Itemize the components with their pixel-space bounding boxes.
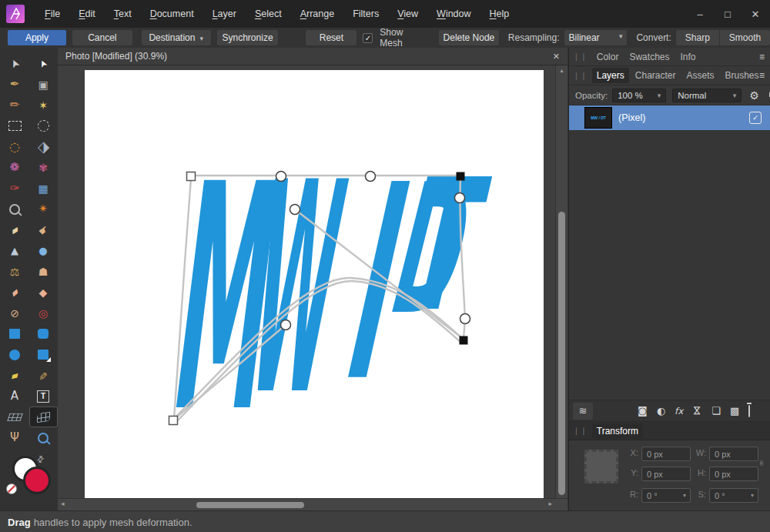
horizontal-scrollbar[interactable]: ◂ ▸ xyxy=(58,498,567,511)
layers-list-empty-area[interactable] xyxy=(569,130,770,400)
menu-item-select[interactable]: Select xyxy=(246,5,291,22)
rect-marquee-tool[interactable] xyxy=(1,115,29,136)
frame-text-tool[interactable]: T xyxy=(29,386,58,407)
maximize-button[interactable]: □ xyxy=(722,8,733,20)
menu-item-window[interactable]: Window xyxy=(427,5,480,22)
transform-h-field[interactable]: 0 px xyxy=(709,467,758,481)
node-tool[interactable]: ➤ xyxy=(29,53,58,74)
menu-item-help[interactable]: Help xyxy=(480,5,519,22)
tab-brushes[interactable]: Brushes xyxy=(721,68,764,83)
menu-item-view[interactable]: View xyxy=(388,5,427,22)
panel-grip[interactable]: ❘❘ xyxy=(573,52,588,61)
view-tool[interactable]: Ψ xyxy=(1,427,29,448)
menu-item-layer[interactable]: Layer xyxy=(203,5,246,22)
menu-item-file[interactable]: File xyxy=(35,5,69,22)
show-mesh-checkbox[interactable]: ✓ xyxy=(363,33,373,43)
mesh-corner-node[interactable] xyxy=(169,417,178,425)
layer-visibility-checkbox[interactable]: ✓ xyxy=(749,112,762,124)
mesh-handle-node[interactable] xyxy=(455,193,465,203)
snapshot-hourglass-icon[interactable]: ⋈ xyxy=(692,406,702,416)
mesh-corner-node-selected[interactable] xyxy=(457,172,465,181)
mesh-handle-node[interactable] xyxy=(290,205,300,215)
flood-fill-tool[interactable]: ◪ xyxy=(29,136,58,157)
tab-assets[interactable]: Assets xyxy=(681,68,718,83)
pen-tool[interactable]: ✒ xyxy=(1,74,29,95)
selection-brush-tool[interactable]: ✏ xyxy=(1,95,29,115)
ellipse-marquee-tool[interactable] xyxy=(29,115,58,136)
opacity-dropdown[interactable]: 100 %▾ xyxy=(612,89,666,102)
burn-brush-tool[interactable]: ✴ xyxy=(29,199,58,219)
scroll-up-icon[interactable]: ▴ xyxy=(556,67,567,74)
transform-s-field[interactable]: 0 °▾ xyxy=(709,488,758,503)
layer-row[interactable]: MW / DT (Pixel) ✓ xyxy=(569,105,770,130)
colour-replacement-brush-tool[interactable]: ❁ xyxy=(1,157,29,178)
resampling-dropdown[interactable]: Bilinear▾ xyxy=(564,30,628,45)
mesh-handle-node[interactable] xyxy=(460,314,470,324)
zoom-tool[interactable] xyxy=(29,427,58,448)
link-dimensions-icon[interactable]: ∞ xyxy=(758,460,766,466)
no-colour-swatch[interactable] xyxy=(6,483,17,494)
clone-stamp-tool[interactable]: ☗ xyxy=(29,261,58,282)
erase-brush-tool[interactable]: ▰ xyxy=(1,219,29,240)
menu-item-arrange[interactable]: Arrange xyxy=(291,5,343,22)
vertical-scrollbar[interactable]: ▴ xyxy=(555,65,567,498)
scroll-left-icon[interactable]: ◂ xyxy=(61,500,65,507)
perspective-tool[interactable] xyxy=(1,407,29,427)
blur-brush-tool[interactable]: ● xyxy=(29,240,58,261)
tab-layers[interactable]: Layers xyxy=(592,68,629,83)
mesh-corner-node[interactable] xyxy=(187,172,196,181)
shapes-tool[interactable] xyxy=(29,344,58,365)
transform-y-field[interactable]: 0 px xyxy=(641,467,691,481)
horizontal-scroll-thumb[interactable] xyxy=(196,502,304,508)
tab-transform[interactable]: Transform xyxy=(592,423,643,439)
panel-menu-icon[interactable]: ≡ xyxy=(759,70,765,81)
sharpen-brush-tool[interactable]: ▲ xyxy=(1,240,29,261)
menu-item-document[interactable]: Document xyxy=(141,5,203,22)
layers-stack-button[interactable]: ≋ xyxy=(573,403,593,420)
delete-layer-icon[interactable] xyxy=(748,406,750,417)
mesh-handle-node[interactable] xyxy=(366,172,376,182)
convert-sharp-button[interactable]: Sharp xyxy=(676,30,720,45)
smudge-brush-tool[interactable]: ☛ xyxy=(29,219,58,240)
mask-layer-icon[interactable]: ◙ xyxy=(638,406,648,416)
fill-colour-swatch[interactable] xyxy=(23,467,51,494)
minimize-button[interactable]: – xyxy=(695,8,705,20)
document-tab[interactable]: Photo [Modified] (30.9%) xyxy=(58,51,553,62)
menu-item-edit[interactable]: Edit xyxy=(69,5,105,22)
mesh-warp-tool[interactable] xyxy=(29,407,58,427)
blemish-removal-tool[interactable]: ⊘ xyxy=(1,303,29,323)
crop-tool[interactable]: ▣ xyxy=(29,74,58,95)
close-button[interactable]: ✕ xyxy=(750,8,761,20)
transform-r-field[interactable]: 0 °▾ xyxy=(641,488,691,503)
new-layer-icon[interactable]: ▩ xyxy=(730,406,739,416)
colour-brush-tool[interactable]: ✾ xyxy=(29,157,58,178)
apply-button[interactable]: Apply xyxy=(8,30,66,45)
scroll-right-icon[interactable]: ▸ xyxy=(548,500,552,507)
panel-grip[interactable]: ❘❘ xyxy=(573,427,588,435)
pixel-tool[interactable]: ▦ xyxy=(29,178,58,199)
patch-tool[interactable]: ◆ xyxy=(29,282,58,303)
healing-brush-tool[interactable]: ▰ xyxy=(1,282,29,303)
vertical-scroll-thumb[interactable] xyxy=(558,212,565,495)
tab-info[interactable]: Info xyxy=(675,49,700,65)
move-tool[interactable]: ➤ xyxy=(1,53,29,74)
anchor-selector[interactable] xyxy=(584,450,618,483)
ellipse-tool[interactable] xyxy=(1,344,29,365)
transform-x-field[interactable]: 0 px xyxy=(641,447,691,461)
dodge-brush-tool[interactable] xyxy=(1,199,29,219)
blend-mode-dropdown[interactable]: Normal▾ xyxy=(672,89,742,102)
panel-grip[interactable]: ❘❘ xyxy=(573,72,588,80)
tab-character[interactable]: Character xyxy=(631,68,681,83)
destination-dropdown[interactable]: Destination▾ xyxy=(142,30,211,45)
rectangle-tool[interactable] xyxy=(1,323,29,344)
colour-picker-tool[interactable]: ✐ xyxy=(29,365,58,386)
live-filter-icon[interactable]: fx xyxy=(675,407,683,416)
mesh-handle-node[interactable] xyxy=(281,320,291,330)
median-brush-tool[interactable]: ⚖ xyxy=(1,261,29,282)
mesh-corner-node-selected[interactable] xyxy=(460,336,468,345)
tab-swatches[interactable]: Swatches xyxy=(624,49,674,65)
sponge-tool[interactable]: ▰ xyxy=(1,365,29,386)
artistic-text-tool[interactable]: A xyxy=(1,386,29,407)
adjustment-layer-icon[interactable]: ◐ xyxy=(657,406,665,416)
tab-stock[interactable]: Stock xyxy=(765,68,770,83)
